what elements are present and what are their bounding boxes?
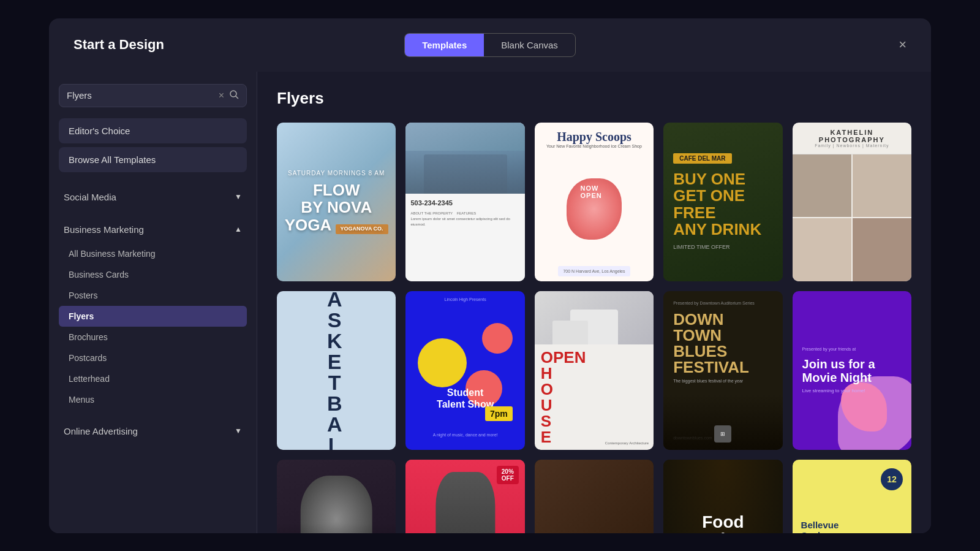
business-marketing-header[interactable]: Business Marketing ▲ [59,218,247,241]
tab-group: Templates Blank Canvas [404,33,576,57]
search-icon-button[interactable] [229,89,239,102]
online-advertising-section: Online Advertising ▼ [59,420,247,443]
template-card-dark-portrait[interactable] [277,460,396,533]
template-card-ice-cream[interactable]: Happy Scoops Your New Favorite Neighborh… [535,123,654,281]
template-card-open-house[interactable]: OPENHOUSE Contemporary Architecture [535,291,654,450]
social-media-header[interactable]: Social Media ▼ [59,186,247,208]
online-advertising-chevron: ▼ [235,427,242,435]
card-inner [277,460,396,533]
brochures-item[interactable]: Brochures [59,327,247,348]
template-card-sale[interactable]: 20%OFF Shop Now [405,460,524,533]
card-inner: 20%OFF Shop Now [405,460,524,533]
business-cards-item[interactable]: Business Cards [59,264,247,285]
template-card-talent-show[interactable]: Lincoln High Presents StudentTalent Show… [405,291,524,450]
main-content: Flyers SATURDAY MORNINGS 8 AM FLOWBY NOV… [257,72,931,533]
photo-grid [793,154,911,281]
template-card-movie-night[interactable]: Presented by your friends at Join us for… [793,291,911,450]
letterhead-item[interactable]: Letterhead [59,368,247,389]
all-business-marketing-item[interactable]: All Business Marketing [59,243,247,264]
tab-templates[interactable]: Templates [405,34,484,56]
search-icon [229,89,239,99]
card-inner: CAFE DEL MAR BUY ONEGET ONEFREEANY DRINK… [663,123,782,281]
browse-all-templates-button[interactable]: Browse All Templates [59,147,247,172]
card-inner: 503-234-2345 ABOUT THE PROPERTY FEATURES… [405,123,524,281]
template-card-downtown-blues[interactable]: Presented by Downtown Auditorium Series … [663,291,782,450]
search-bar: × [59,84,247,107]
photo-header: KATHELIN PHOTOGRAPHY Family | Newborns |… [793,123,911,154]
flyers-item[interactable]: Flyers [59,306,247,327]
card-inner: Happy Scoops Your New Favorite Neighborh… [535,123,654,281]
business-marketing-chevron: ▲ [235,225,242,234]
template-card-cafe-del-mar[interactable]: CAFE DEL MAR BUY ONEGET ONEFREEANY DRINK… [663,123,782,281]
house-image [405,123,524,194]
card-inner: Lincoln High Presents StudentTalent Show… [405,291,524,450]
template-card-community[interactable]: Community Outreach [535,460,654,533]
card-inner: SATURDAY MORNINGS 8 AM FLOWBY NOVAYOGA Y… [277,123,396,281]
business-marketing-section: Business Marketing ▲ All Business Market… [59,218,247,410]
posters-item[interactable]: Posters [59,285,247,306]
card-inner: FoodDriveFor [663,460,782,533]
template-card-cyclers[interactable]: 12 🌿 🚲 BellevueCyclersClub Ride with us … [793,460,911,533]
templates-grid: SATURDAY MORNINGS 8 AM FLOWBY NOVAYOGA Y… [277,123,911,533]
house-body: 503-234-2345 ABOUT THE PROPERTY FEATURES… [405,194,524,281]
menus-item[interactable]: Menus [59,389,247,410]
sidebar: × Editor's Choice Browse All Templates S… [49,72,257,533]
card-inner: WILSON HIGH SCHOOL BASKETBALL FRIDAY SEP… [277,291,396,450]
template-card-yoga-flow[interactable]: SATURDAY MORNINGS 8 AM FLOWBY NOVAYOGA Y… [277,123,396,281]
business-marketing-sub-items: All Business Marketing Business Cards Po… [59,243,247,410]
yoga-content: SATURDAY MORNINGS 8 AM FLOWBY NOVAYOGA Y… [285,170,388,234]
modal-overlay: Start a Design Templates Blank Canvas × … [0,0,980,551]
online-advertising-header[interactable]: Online Advertising ▼ [59,420,247,443]
search-clear-button[interactable]: × [219,91,224,101]
modal-header: Start a Design Templates Blank Canvas × [49,18,931,72]
card-inner: OPENHOUSE Contemporary Architecture [535,291,654,450]
postcards-item[interactable]: Postcards [59,348,247,368]
online-advertising-label: Online Advertising [64,426,138,436]
business-marketing-label: Business Marketing [64,224,144,235]
svg-line-1 [236,96,238,99]
template-card-house[interactable]: 503-234-2345 ABOUT THE PROPERTY FEATURES… [405,123,524,281]
modal: Start a Design Templates Blank Canvas × … [49,18,931,533]
template-card-basketball[interactable]: WILSON HIGH SCHOOL BASKETBALL FRIDAY SEP… [277,291,396,450]
card-inner: Presented by your friends at Join us for… [793,291,911,450]
editors-choice-button[interactable]: Editor's Choice [59,118,247,143]
template-card-food-drive[interactable]: FoodDriveFor [663,460,782,533]
card-inner: Community Outreach [535,460,654,533]
section-title: Flyers [277,89,911,108]
template-card-photography[interactable]: KATHELIN PHOTOGRAPHY Family | Newborns |… [793,123,911,281]
search-input[interactable] [67,90,214,101]
social-media-label: Social Media [64,192,116,202]
card-inner: 12 🌿 🚲 BellevueCyclersClub Ride with us … [793,460,911,533]
modal-body: × Editor's Choice Browse All Templates S… [49,72,931,533]
social-media-chevron: ▼ [235,192,242,201]
modal-title: Start a Design [74,37,164,53]
close-button[interactable]: × [899,38,907,51]
tab-blank-canvas[interactable]: Blank Canvas [484,34,575,56]
social-media-section: Social Media ▼ [59,186,247,208]
